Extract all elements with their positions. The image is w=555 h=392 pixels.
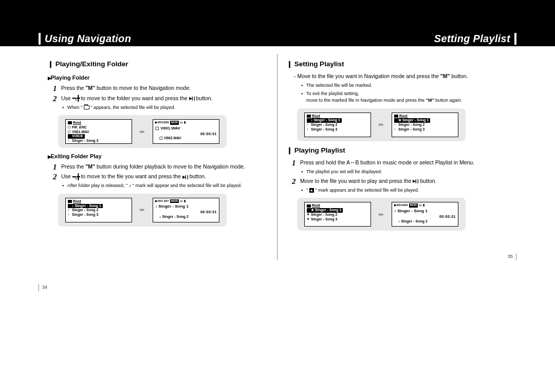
arrow-icon: ➨ (378, 209, 384, 220)
header-bar: Using Navigation Setting Playlist (0, 0, 555, 46)
header-title-left: Using Navigation (39, 33, 131, 45)
folder-icon (307, 115, 311, 118)
folder-icon (84, 105, 89, 109)
folder-icon (68, 121, 72, 124)
lcd-panel: Root ★ Singer - Song 1 ★Singer - Song 2 … (304, 202, 371, 227)
instruction-line: - Move to the file you want in Navigatio… (294, 72, 507, 81)
arrow-icon: ➨ (378, 119, 384, 130)
lcd-panel: ▶001/020NOR▭▮ ♪ Singer - Song 1 00:00:01… (392, 202, 458, 227)
section-heading: Playing/Exiting Folder (48, 59, 268, 69)
lcd-screenshot: Root ▢FM_ENC ▢V001.WAV VOICE ♪Singer - S… (58, 115, 227, 148)
arrow-icon: ➨ (139, 204, 145, 215)
lcd-screenshot: Root ★ Singer - Song 1 ★Singer - Song 2 … (297, 198, 466, 231)
note-bullet: To exit the playlist setting, move to th… (301, 90, 507, 104)
play-pause-icon: ▶❙❙ (413, 178, 418, 184)
lcd-screenshot: Root ♪ Singer - Song 1 ♪Singer - Song 2 … (58, 194, 227, 227)
lcd-panel: ▶001 027NOR▭▮ ♪ Singer - Song 1 00:00:01… (153, 198, 219, 222)
instruction-step: 2 Move to the file you want to play and … (292, 177, 507, 185)
highlighted-row: VOICE (68, 134, 85, 139)
step-number: 2 (53, 93, 57, 105)
lcd-panel: Root ♪ Singer - Song 1 ♪Singer - Song 2 … (304, 113, 371, 137)
section-heading: Setting Playlist (287, 59, 507, 69)
section-heading: Playing Playlist (287, 145, 507, 156)
instruction-step: 2 Use ━,╋ to move to the folder you want… (53, 95, 268, 103)
page-spread: Playing/Exiting Folder Playing Folder 1 … (0, 46, 555, 260)
subsection-heading: Exiting Folder Play (48, 152, 268, 161)
minus-plus-icon: ━,╋ (72, 173, 80, 181)
star-icon: ★ (309, 188, 314, 193)
arrow-icon: ➨ (139, 126, 145, 137)
lcd-panel: Root ★ Singer - Song 1 ♪Singer - Song 2 … (392, 113, 458, 137)
instruction-step: 1 Press the "M" button to move to the Na… (53, 84, 268, 92)
step-number: 1 (292, 157, 296, 169)
page-number: 34 (39, 284, 47, 291)
page-right: Setting Playlist - Move to the file you … (278, 54, 516, 260)
highlighted-row: ♪ Singer - Song 1 (68, 204, 103, 209)
play-pause-icon: ▶❙❙ (189, 96, 195, 102)
note-bullet: The selected file will be marked. (301, 82, 507, 89)
note-bullet: When " " appears, the selected file will… (62, 104, 268, 111)
highlighted-row: ★ Singer - Song 1 (394, 118, 430, 123)
subsection-heading: Playing Folder (48, 73, 268, 82)
page-left: Playing/Exiting Folder Playing Folder 1 … (39, 54, 278, 260)
note-bullet: After folder play is released, " ♪ " mar… (62, 182, 268, 190)
highlighted-row: ♪ Singer - Song 1 (307, 118, 342, 123)
instruction-step: 1 Press and hold the A↔B button in music… (292, 159, 507, 167)
page-number: 35 (508, 253, 516, 260)
minus-plus-icon: ━,╋ (72, 95, 80, 103)
play-pause-icon: ▶❙❙ (182, 174, 188, 180)
folder-icon (394, 115, 398, 118)
note-bullet: " ★ " mark appears and the selected file… (301, 187, 507, 194)
highlighted-row: ★ Singer - Song 1 (307, 208, 343, 213)
header-title-right: Setting Playlist (434, 33, 516, 45)
lcd-screenshot: Root ♪ Singer - Song 1 ♪Singer - Song 2 … (297, 108, 466, 141)
folder-icon (68, 200, 72, 203)
folder-icon (307, 204, 311, 208)
step-number: 2 (292, 176, 296, 188)
step-number: 2 (53, 171, 57, 183)
instruction-step: 2 Use ━,╋ to move to the file you want a… (53, 173, 268, 181)
instruction-step: 1 Press the "M" button during folder pla… (53, 163, 268, 171)
lcd-panel: ▶001/020NOR▭▮ ▢ V001.WAV 00:00:01 ▢ V002… (153, 119, 219, 144)
lcd-panel: Root ♪ Singer - Song 1 ♪Singer - Song 2 … (65, 198, 132, 222)
note-bullet: The playlist you set will be displayed. (301, 169, 507, 176)
lcd-panel: Root ▢FM_ENC ▢V001.WAV VOICE ♪Singer - S… (65, 119, 132, 144)
